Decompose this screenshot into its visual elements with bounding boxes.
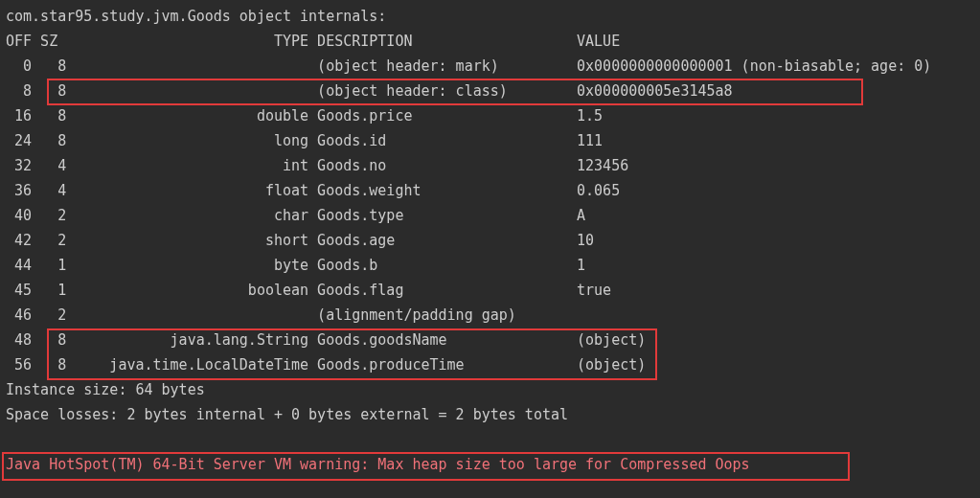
table-row: 46 2 (alignment/padding gap) xyxy=(6,303,974,328)
table-row: 40 2 char Goods.type A xyxy=(6,203,974,228)
table-row: 48 8 java.lang.String Goods.goodsName (o… xyxy=(6,328,974,352)
instance-size-line: Instance size: 64 bytes xyxy=(6,377,974,402)
table-row: 45 1 boolean Goods.flag true xyxy=(6,278,974,303)
table-row: 32 4 int Goods.no 123456 xyxy=(6,153,974,178)
table-row: 16 8 double Goods.price 1.5 xyxy=(6,103,974,128)
table-row: 56 8 java.time.LocalDateTime Goods.produ… xyxy=(6,352,974,377)
table-header-row: OFF SZ TYPE DESCRIPTION VALUE xyxy=(6,29,974,54)
blank-line xyxy=(6,427,974,452)
table-row: 0 8 (object header: mark) 0x000000000000… xyxy=(6,54,974,79)
table-row: 8 8 (object header: class) 0x000000005e3… xyxy=(6,79,974,103)
table-row: 44 1 byte Goods.b 1 xyxy=(6,253,974,278)
table-row: 42 2 short Goods.age 10 xyxy=(6,228,974,253)
class-title: com.star95.study.jvm.Goods object intern… xyxy=(6,4,974,29)
table-row: 36 4 float Goods.weight 0.065 xyxy=(6,178,974,203)
space-losses-line: Space losses: 2 bytes internal + 0 bytes… xyxy=(6,402,974,427)
console-output: com.star95.study.jvm.Goods object intern… xyxy=(0,0,980,483)
vm-warning-line: Java HotSpot(TM) 64-Bit Server VM warnin… xyxy=(6,452,974,477)
table-row: 24 8 long Goods.id 111 xyxy=(6,128,974,153)
